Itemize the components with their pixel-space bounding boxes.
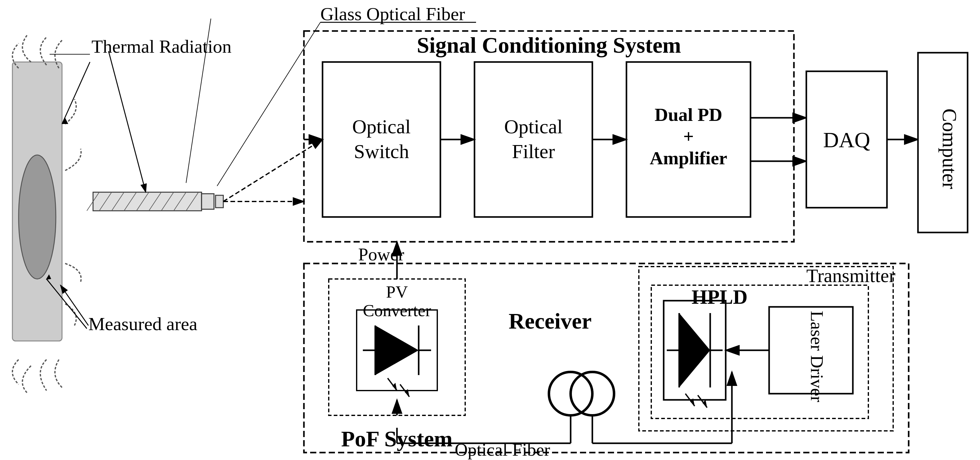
amplifier-label: Amplifier xyxy=(650,148,727,168)
daq-label: DAQ xyxy=(823,128,870,152)
dual-pd-label: Dual PD xyxy=(655,105,722,125)
optical-filter-label: Optical xyxy=(504,116,563,138)
measured-area-label: Measured area xyxy=(88,314,197,334)
laser-driver-label: Laser Driver xyxy=(807,311,827,402)
glass-optical-fiber-label: Glass Optical Fiber xyxy=(320,4,465,24)
svg-rect-17 xyxy=(216,195,223,208)
svg-rect-24 xyxy=(474,62,592,217)
transmitter-label: Transmitter xyxy=(806,265,895,286)
diagram: Thermal Radiation Glass Optical Fiber Me… xyxy=(0,0,980,460)
svg-rect-23 xyxy=(323,62,441,217)
signal-conditioning-label: Signal Conditioning System xyxy=(417,33,681,58)
pof-system-label: PoF System xyxy=(341,427,452,451)
optical-fiber-label: Optical Fiber xyxy=(455,439,550,460)
computer-label: Computer xyxy=(939,108,961,189)
optical-filter-label2: Filter xyxy=(512,140,555,162)
thermal-radiation-label: Thermal Radiation xyxy=(91,36,232,57)
svg-point-2 xyxy=(19,155,56,279)
hpld-label: HPLD xyxy=(692,286,748,308)
power-label: Power xyxy=(358,244,404,265)
receiver-label: Receiver xyxy=(509,309,592,333)
optical-switch-label2: Switch xyxy=(354,140,409,162)
dual-pd-plus-label: + xyxy=(683,126,694,147)
pv-converter-label2: Converter xyxy=(363,301,431,320)
svg-rect-16 xyxy=(202,194,214,209)
optical-switch-label: Optical xyxy=(352,116,410,138)
pv-converter-label: PV xyxy=(386,282,408,301)
